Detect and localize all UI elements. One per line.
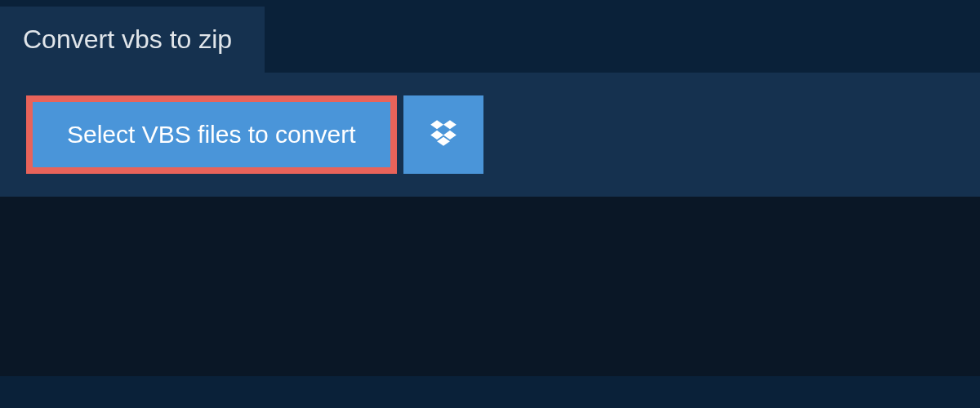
- select-files-button[interactable]: Select VBS files to convert: [26, 95, 397, 174]
- tab-title: Convert vbs to zip: [23, 24, 232, 54]
- upload-panel: Select VBS files to convert: [0, 73, 980, 197]
- dropbox-button[interactable]: [403, 95, 483, 174]
- select-files-label: Select VBS files to convert: [67, 120, 356, 149]
- lower-area: [0, 197, 980, 376]
- tab-convert[interactable]: Convert vbs to zip: [0, 7, 265, 73]
- dropbox-icon: [428, 118, 459, 152]
- button-row: Select VBS files to convert: [26, 95, 954, 174]
